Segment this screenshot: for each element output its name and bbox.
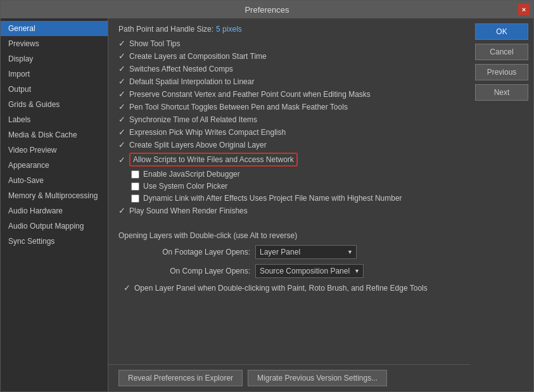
sidebar-item-audio-hardware[interactable]: Audio Hardware [1, 203, 108, 218]
checkbox-row-enable-js-debug: Enable JavaScript Debugger [118, 170, 460, 179]
path-point-row: Path Point and Handle Size: 5 pixels [118, 25, 460, 34]
comp-label: On Comp Layer Opens: [124, 267, 250, 275]
bottom-buttons: Reveal Preferences in Explorer Migrate P… [108, 364, 470, 391]
sidebar-item-auto-save[interactable]: Auto-Save [1, 173, 108, 188]
sidebar-item-media-disk-cache[interactable]: Media & Disk Cache [1, 127, 108, 142]
checkbox-row-create-layers: ✓Create Layers at Composition Start Time [118, 51, 460, 61]
settings-content: Path Point and Handle Size: 5 pixels ✓Sh… [108, 18, 470, 364]
open-layer-checkmark: ✓ [124, 283, 130, 293]
dialog-content: GeneralPreviewsDisplayImportOutputGrids … [1, 18, 533, 391]
checkmark-synchronize-time: ✓ [118, 115, 125, 124]
checkbox-row-synchronize-time: ✓Synchronize Time of All Related Items [118, 115, 460, 124]
sidebar-item-display[interactable]: Display [1, 51, 108, 66]
checkmark-create-layers: ✓ [118, 51, 125, 61]
cancel-button[interactable]: Cancel [475, 44, 528, 60]
label-system-color: Use System Color Picker [143, 182, 227, 191]
label-synchronize-time: Synchronize Time of All Related Items [129, 115, 257, 124]
checkbox-row-pen-tool: ✓Pen Tool Shortcut Toggles Between Pen a… [118, 102, 460, 111]
footage-dropdown-row: On Footage Layer Opens: Layer Panel Foot… [124, 245, 460, 259]
checkmark-default-spatial: ✓ [118, 77, 125, 86]
checkbox-row-default-spatial: ✓Default Spatial Interpolation to Linear [118, 77, 460, 86]
reveal-button[interactable]: Reveal Preferences in Explorer [118, 370, 243, 386]
label-create-split: Create Split Layers Above Original Layer [129, 141, 267, 149]
checkmark-preserve-vertex: ✓ [118, 89, 125, 99]
highlighted-label-allow-scripts: Allow Scripts to Write Files and Access … [129, 153, 298, 167]
checkbox-row-create-split: ✓Create Split Layers Above Original Laye… [118, 140, 460, 149]
checkbox-row-switches-nested: ✓Switches Affect Nested Comps [118, 64, 460, 73]
sidebar-item-output[interactable]: Output [1, 82, 108, 97]
comp-dropdown-row: On Comp Layer Opens: Source Composition … [124, 264, 460, 278]
title-bar: Preferences × [1, 1, 533, 18]
checkmark-show-tooltips: ✓ [118, 39, 125, 48]
checkmark-switches-nested: ✓ [118, 64, 125, 73]
main-panel: Path Point and Handle Size: 5 pixels ✓Sh… [108, 18, 470, 391]
sidebar: GeneralPreviewsDisplayImportOutputGrids … [1, 18, 108, 391]
checkmark-play-sound: ✓ [118, 206, 125, 215]
label-play-sound: Play Sound When Render Finishes [129, 206, 248, 215]
dialog-title: Preferences [245, 5, 289, 15]
comp-dropdown-wrapper: Source Composition Panel Layer Panel [255, 264, 364, 278]
sidebar-item-appearance[interactable]: Appearance [1, 158, 108, 173]
checkbox-system-color[interactable] [131, 182, 139, 191]
sidebar-item-sync-settings[interactable]: Sync Settings [1, 234, 108, 249]
label-show-tooltips: Show Tool Tips [129, 39, 181, 48]
path-point-label: Path Point and Handle Size: [118, 25, 213, 34]
label-preserve-vertex: Preserve Constant Vertex and Feather Poi… [129, 90, 371, 99]
sidebar-item-audio-output[interactable]: Audio Output Mapping [1, 218, 108, 234]
label-pen-tool: Pen Tool Shortcut Toggles Between Pen an… [129, 103, 348, 111]
sidebar-item-previews[interactable]: Previews [1, 36, 108, 51]
preferences-dialog: Preferences × GeneralPreviewsDisplayImpo… [0, 0, 534, 392]
migrate-button[interactable]: Migrate Previous Version Settings... [248, 370, 387, 386]
checkmark-pen-tool: ✓ [118, 102, 125, 111]
open-layer-label: Open Layer Panel when Double-clicking wi… [134, 284, 428, 293]
label-create-layers: Create Layers at Composition Start Time [129, 52, 267, 61]
checkbox-row-dynamic-link: Dynamic Link with After Effects Uses Pro… [118, 194, 460, 203]
label-enable-js-debug: Enable JavaScript Debugger [143, 170, 240, 179]
checkbox-row-expression-pick: ✓Expression Pick Whip Writes Compact Eng… [118, 127, 460, 137]
label-default-spatial: Default Spatial Interpolation to Linear [129, 77, 254, 86]
opening-section-label: Opening Layers with Double-click (use Al… [118, 231, 460, 240]
footage-dropdown-wrapper: Layer Panel Footage Panel Flow Chart [255, 245, 357, 259]
sidebar-item-grids-guides[interactable]: Grids & Guides [1, 97, 108, 112]
ok-button[interactable]: OK [475, 23, 528, 40]
checkbox-row-preserve-vertex: ✓Preserve Constant Vertex and Feather Po… [118, 89, 460, 99]
checkmark-create-split: ✓ [118, 140, 125, 149]
open-layer-row: ✓ Open Layer Panel when Double-clicking … [124, 283, 460, 293]
label-dynamic-link: Dynamic Link with After Effects Uses Pro… [143, 194, 402, 203]
comp-select[interactable]: Source Composition Panel Layer Panel [255, 264, 364, 278]
previous-button[interactable]: Previous [475, 64, 528, 80]
sidebar-item-video-preview[interactable]: Video Preview [1, 142, 108, 158]
next-button[interactable]: Next [475, 84, 528, 101]
sidebar-item-import[interactable]: Import [1, 66, 108, 82]
checkbox-row-play-sound: ✓Play Sound When Render Finishes [118, 206, 460, 215]
footage-label: On Footage Layer Opens: [124, 248, 250, 256]
checkboxes-container: ✓Show Tool Tips✓Create Layers at Composi… [118, 39, 460, 215]
path-point-value: 5 pixels [216, 25, 242, 34]
checkbox-row-system-color: Use System Color Picker [118, 182, 460, 191]
checkbox-enable-js-debug[interactable] [131, 170, 139, 179]
checkbox-dynamic-link[interactable] [131, 194, 139, 203]
footage-select[interactable]: Layer Panel Footage Panel Flow Chart [255, 245, 357, 259]
sidebar-item-memory[interactable]: Memory & Multiprocessing [1, 188, 108, 203]
sidebar-item-labels[interactable]: Labels [1, 112, 108, 127]
sidebar-item-general[interactable]: General [1, 21, 108, 36]
label-switches-nested: Switches Affect Nested Comps [129, 65, 233, 73]
right-buttons-panel: OK Cancel Previous Next [470, 18, 533, 391]
checkmark-expression-pick: ✓ [118, 127, 125, 137]
label-expression-pick: Expression Pick Whip Writes Compact Engl… [129, 128, 286, 137]
checkbox-row-show-tooltips: ✓Show Tool Tips [118, 39, 460, 48]
checkbox-row-allow-scripts: ✓Allow Scripts to Write Files and Access… [118, 153, 460, 167]
checkmark-allow-scripts: ✓ [118, 155, 125, 165]
main-area: Path Point and Handle Size: 5 pixels ✓Sh… [108, 18, 533, 391]
close-button[interactable]: × [518, 4, 530, 15]
